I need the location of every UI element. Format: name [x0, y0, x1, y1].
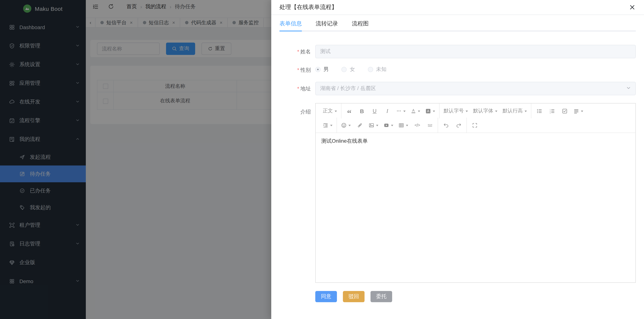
bg-color-dropdown[interactable]: A: [424, 105, 437, 117]
form-row-address: *地址 湖南省 / 长沙市 / 岳麓区: [280, 82, 636, 95]
fullscreen-icon[interactable]: [469, 120, 480, 131]
caret-down-icon: [524, 110, 527, 112]
font-family-dropdown[interactable]: 默认字体: [471, 105, 499, 117]
font-size-dropdown[interactable]: 默认字号: [442, 105, 470, 117]
form-row-intro: 介绍 正文 “ B U: [280, 103, 636, 283]
emoji-dropdown[interactable]: [339, 120, 352, 131]
gender-label: 性别: [300, 67, 311, 73]
code-block-icon[interactable]: </>: [412, 120, 423, 131]
radio-selected-icon: [315, 67, 320, 72]
svg-text:A: A: [427, 109, 429, 113]
video-dropdown[interactable]: [382, 120, 395, 131]
divider-icon[interactable]: [424, 120, 436, 131]
process-drawer: 处理【在线表单流程】 表单信息 流转记录 流程图 *姓名 测试 *性别: [271, 0, 644, 319]
caret-down-icon: [433, 110, 435, 112]
address-label: 地址: [300, 86, 311, 92]
name-label: 姓名: [300, 49, 311, 55]
process-form: *姓名 测试 *性别 男 女 未知 *地址: [280, 45, 636, 302]
form-row-name: *姓名 测试: [280, 45, 636, 58]
gender-radio-male[interactable]: 男: [315, 66, 329, 73]
caret-down-icon: [391, 125, 393, 126]
bullet-list-icon[interactable]: [534, 105, 545, 117]
underline-icon[interactable]: U: [369, 105, 380, 117]
caret-down-icon: [403, 110, 406, 112]
editor-content[interactable]: 测试Online在线表单: [316, 133, 636, 282]
svg-text:A: A: [412, 108, 415, 112]
caret-down-icon: [376, 125, 378, 126]
drawer-header: 处理【在线表单流程】: [271, 0, 644, 15]
required-mark: *: [297, 49, 299, 55]
gender-radio-unknown[interactable]: 未知: [368, 66, 386, 73]
undo-icon[interactable]: [440, 120, 452, 131]
link-icon[interactable]: [354, 120, 365, 131]
bold-icon[interactable]: B: [356, 105, 368, 117]
align-dropdown[interactable]: [572, 105, 585, 117]
form-row-gender: *性别 男 女 未知: [280, 66, 636, 74]
approve-button[interactable]: 同意: [315, 291, 337, 302]
indent-dropdown[interactable]: [321, 120, 334, 131]
drawer-actions: 同意 驳回 委托: [280, 291, 636, 302]
chevron-down-icon: [626, 86, 631, 92]
editor-toolbar-row-1: 正文 “ B U I A A: [316, 104, 636, 118]
caret-down-icon: [330, 125, 332, 126]
italic-icon[interactable]: I: [382, 105, 393, 117]
redo-icon[interactable]: [453, 120, 464, 131]
blockquote-icon[interactable]: “: [344, 105, 355, 117]
required-mark: *: [297, 67, 299, 73]
reject-button[interactable]: 驳回: [343, 291, 364, 302]
close-icon[interactable]: [628, 4, 636, 11]
radio-icon: [368, 67, 373, 72]
svg-text:3: 3: [550, 112, 550, 114]
rich-text-editor: 正文 “ B U I A A: [315, 103, 636, 283]
more-styles-dropdown[interactable]: [394, 105, 408, 117]
caret-down-icon: [581, 110, 583, 112]
intro-label: 介绍: [280, 103, 315, 283]
tab-flow-records[interactable]: 流转记录: [316, 20, 338, 27]
drawer-body: 表单信息 流转记录 流程图 *姓名 测试 *性别 男 女 未知: [271, 15, 644, 319]
tab-form-info[interactable]: 表单信息: [280, 20, 302, 27]
image-dropdown[interactable]: [367, 120, 380, 131]
caret-down-icon: [418, 110, 420, 112]
drawer-tabs: 表单信息 流转记录 流程图: [280, 20, 636, 31]
required-mark: *: [297, 86, 299, 92]
caret-down-icon: [348, 125, 351, 126]
line-height-dropdown[interactable]: 默认行高: [501, 105, 529, 117]
gender-radio-female[interactable]: 女: [342, 66, 355, 73]
delegate-button[interactable]: 委托: [370, 291, 392, 302]
table-dropdown[interactable]: [396, 120, 410, 131]
caret-down-icon: [406, 125, 408, 126]
caret-down-icon: [466, 110, 468, 112]
radio-icon: [342, 67, 347, 72]
ordered-list-icon[interactable]: 123: [546, 105, 558, 117]
font-color-dropdown[interactable]: A: [409, 105, 422, 117]
drawer-title: 处理【在线表单流程】: [280, 3, 337, 11]
todo-list-icon[interactable]: [559, 105, 570, 117]
name-field[interactable]: 测试: [315, 45, 636, 58]
tab-flow-chart[interactable]: 流程图: [352, 20, 369, 27]
editor-toolbar-row-2: </>: [316, 118, 636, 133]
caret-down-icon: [335, 110, 337, 112]
paragraph-style-dropdown[interactable]: 正文: [321, 105, 339, 117]
address-select[interactable]: 湖南省 / 长沙市 / 岳麓区: [315, 82, 636, 95]
caret-down-icon: [495, 110, 497, 112]
